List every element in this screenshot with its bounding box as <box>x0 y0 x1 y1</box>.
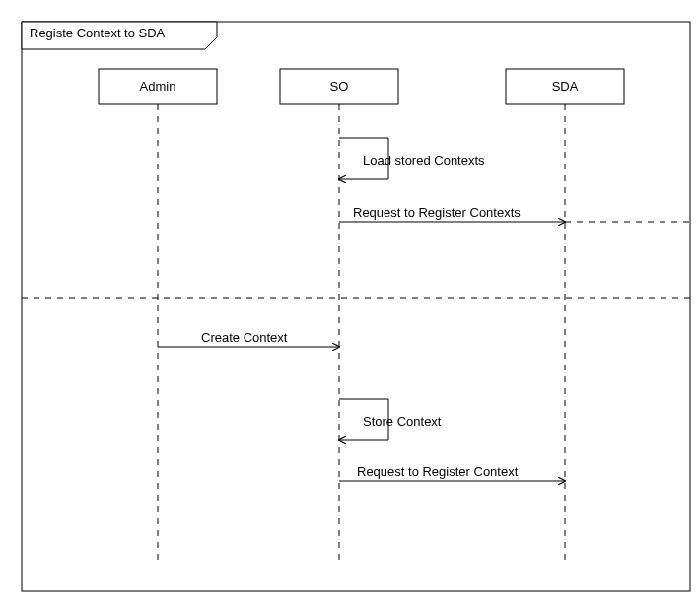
label-create-context: Create Context <box>201 330 288 345</box>
label-store-context: Store Context <box>363 414 442 429</box>
label-load-stored-contexts: Load stored Contexts <box>363 153 485 167</box>
participant-admin-label: Admin <box>140 79 176 94</box>
diagram-frame <box>22 22 690 591</box>
participant-so-label: SO <box>330 79 349 94</box>
sequence-diagram: Registe Context to SDA Admin SO SDA Load… <box>10 10 700 601</box>
label-request-register-context: Request to Register Context <box>357 464 519 479</box>
label-request-register-contexts: Request to Register Contexts <box>353 205 521 220</box>
participant-sda-label: SDA <box>552 79 579 94</box>
frame-title: Registe Context to SDA <box>30 26 166 40</box>
